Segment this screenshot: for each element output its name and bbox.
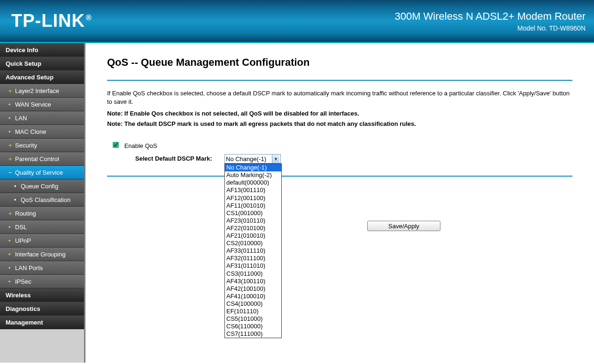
- note-2: Note: The default DSCP mark is used to m…: [107, 120, 572, 128]
- nav-item-quality-of-service[interactable]: −Quality of Service: [0, 166, 84, 179]
- nav-item-wireless[interactable]: Wireless: [0, 288, 84, 302]
- nav-menu: Device InfoQuick SetupAdvanced Setup+Lay…: [0, 43, 84, 329]
- nav-item-diagnostics[interactable]: Diagnostics: [0, 302, 84, 316]
- nav-item-label: WAN Service: [15, 101, 51, 108]
- save-apply-button[interactable]: Save/Apply: [367, 221, 440, 231]
- nav-item-label: Quick Setup: [6, 60, 41, 67]
- nav-item-label: Routing: [15, 210, 36, 217]
- page-title: QoS -- Queue Management Configuration: [107, 56, 572, 69]
- dscp-selected-value: No Change(-1): [226, 155, 266, 163]
- nav-item-dsl[interactable]: •DSL: [0, 220, 84, 234]
- enable-qos-label[interactable]: Enable QoS: [124, 142, 157, 149]
- dscp-option[interactable]: CS6(110000): [225, 323, 281, 330]
- nav-item-label: Interface Grouping: [15, 251, 66, 258]
- bullet-icon: •: [14, 179, 19, 193]
- dscp-option[interactable]: AF33(011110): [225, 247, 281, 255]
- nav-item-label: LAN: [15, 115, 27, 122]
- dscp-option[interactable]: AF43(100110): [225, 278, 281, 285]
- dscp-option[interactable]: CS4(100000): [225, 300, 281, 308]
- nav-item-label: UPnP: [15, 237, 31, 244]
- bullet-icon: •: [14, 193, 19, 207]
- dscp-select[interactable]: No Change(-1) ▼: [224, 154, 281, 163]
- nav-item-label: Device Info: [6, 46, 38, 54]
- nav-item-label: Queue Config: [21, 183, 58, 190]
- nav-item-label: Layer2 Interface: [15, 87, 59, 94]
- enable-qos-row: Enable QoS: [113, 142, 572, 149]
- bullet-icon: −: [8, 166, 13, 179]
- dscp-option[interactable]: No Change(-1): [225, 164, 281, 171]
- divider-top: [107, 80, 572, 81]
- enable-qos-checkbox[interactable]: [113, 142, 119, 148]
- bullet-icon: +: [8, 139, 13, 152]
- bullet-icon: •: [8, 261, 13, 275]
- nav-item-label: QoS Classification: [21, 196, 70, 203]
- dscp-option[interactable]: AF41(100010): [225, 293, 281, 300]
- dscp-option[interactable]: AF21(010010): [225, 232, 281, 240]
- nav-item-management[interactable]: Management: [0, 316, 84, 329]
- nav-item-layer2-interface[interactable]: +Layer2 Interface: [0, 84, 84, 98]
- nav-item-parental-control[interactable]: +Parental Control: [0, 152, 84, 166]
- nav-item-label: DSL: [15, 224, 27, 231]
- nav-item-ipsec[interactable]: •IPSec: [0, 275, 84, 288]
- nav-item-label: Advanced Setup: [6, 74, 54, 81]
- dscp-option[interactable]: CS1(001000): [225, 209, 281, 217]
- nav-item-label: Management: [6, 319, 43, 326]
- nav-item-label: Wireless: [6, 292, 31, 299]
- nav-item-label: LAN Ports: [15, 264, 43, 271]
- dscp-option[interactable]: AF11(001010): [225, 202, 281, 209]
- model-number: Model No. TD-W8960N: [394, 24, 586, 32]
- dscp-option[interactable]: AF12(001100): [225, 194, 281, 202]
- dscp-dropdown[interactable]: No Change(-1)Auto Marking(-2)default(000…: [224, 163, 282, 338]
- nav-item-wan-service[interactable]: •WAN Service: [0, 98, 84, 111]
- dscp-option[interactable]: AF23(010110): [225, 217, 281, 225]
- nav-item-lan[interactable]: •LAN: [0, 111, 84, 125]
- dscp-option[interactable]: AF42(100100): [225, 285, 281, 293]
- nav-item-interface-grouping[interactable]: •Interface Grouping: [0, 248, 84, 261]
- header: TP-LINK ® 300M Wireless N ADSL2+ Modem R…: [0, 0, 594, 43]
- bullet-icon: +: [8, 84, 13, 98]
- sidebar: Device InfoQuick SetupAdvanced Setup+Lay…: [0, 43, 85, 363]
- nav-item-security[interactable]: +Security: [0, 139, 84, 152]
- nav-item-quick-setup[interactable]: Quick Setup: [0, 57, 84, 70]
- dscp-option[interactable]: default(000000): [225, 179, 281, 186]
- dscp-option[interactable]: CS3(011000): [225, 270, 281, 278]
- dscp-option[interactable]: AF13(001110): [225, 186, 281, 194]
- dscp-option[interactable]: AF31(011010): [225, 262, 281, 270]
- dscp-option[interactable]: AF32(011100): [225, 255, 281, 262]
- dscp-option[interactable]: CS2(010000): [225, 240, 281, 247]
- chevron-down-icon: ▼: [272, 155, 279, 163]
- content-area: QoS -- Queue Management Configuration If…: [85, 43, 594, 363]
- nav-item-queue-config[interactable]: •Queue Config: [0, 179, 84, 193]
- header-right: 300M Wireless N ADSL2+ Modem Router Mode…: [394, 10, 586, 32]
- dscp-option[interactable]: Auto Marking(-2): [225, 171, 281, 179]
- registered-icon: ®: [86, 14, 92, 22]
- nav-item-label: IPSec: [15, 278, 31, 285]
- nav-item-lan-ports[interactable]: •LAN Ports: [0, 261, 84, 275]
- note-1: Note: If Enable Qos checkbox is not sele…: [107, 109, 572, 118]
- dscp-option[interactable]: AF22(010100): [225, 225, 281, 232]
- dscp-option[interactable]: CS5(101000): [225, 315, 281, 323]
- nav-item-upnp[interactable]: •UPnP: [0, 234, 84, 248]
- nav-item-label: Diagnostics: [6, 305, 40, 312]
- nav-item-label: Security: [15, 142, 37, 149]
- nav-item-label: Quality of Service: [15, 169, 63, 176]
- nav-item-device-info[interactable]: Device Info: [0, 43, 84, 57]
- bullet-icon: +: [8, 207, 13, 220]
- nav-item-qos-classification[interactable]: •QoS Classification: [0, 193, 84, 207]
- description-text: If Enable QoS checkbox is selected, choo…: [107, 89, 572, 106]
- bullet-icon: •: [8, 220, 13, 234]
- dscp-option[interactable]: EF(101110): [225, 308, 281, 315]
- nav-item-label: Parental Control: [15, 155, 59, 163]
- nav-item-routing[interactable]: +Routing: [0, 207, 84, 220]
- logo-text: TP-LINK: [11, 11, 85, 31]
- nav-item-mac-clone[interactable]: •MAC Clone: [0, 125, 84, 139]
- bullet-icon: +: [8, 152, 13, 166]
- bullet-icon: •: [8, 98, 13, 111]
- dscp-option[interactable]: CS7(111000): [225, 330, 281, 338]
- nav-item-advanced-setup[interactable]: Advanced Setup: [0, 70, 84, 84]
- bullet-icon: •: [8, 234, 13, 248]
- dscp-label: Select Default DSCP Mark:: [135, 154, 224, 162]
- bullet-icon: •: [8, 125, 13, 139]
- dscp-field-row: Select Default DSCP Mark: No Change(-1) …: [135, 154, 572, 163]
- divider-bottom: [107, 176, 572, 177]
